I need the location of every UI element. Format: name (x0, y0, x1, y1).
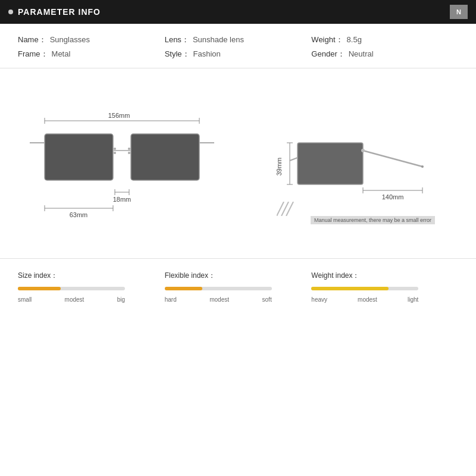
svg-text:156mm: 156mm (108, 112, 130, 119)
svg-point-10 (114, 152, 116, 154)
svg-line-26 (363, 151, 422, 167)
flexible-index-title: Flexible index： (165, 271, 312, 281)
header-bar: PARAMETER INFO N (0, 0, 476, 24)
header-logo: N (450, 5, 468, 19)
weight-label: Weight： (311, 35, 343, 45)
front-view-diagram: 156mm (6, 74, 238, 252)
weight-index-col: Weight index： heavy modest light (311, 271, 458, 303)
size-index-col: Size index： small modest big (18, 271, 165, 303)
svg-point-11 (128, 148, 130, 150)
weight-label-heavy: heavy (311, 296, 327, 303)
gender-value: Neutral (349, 49, 374, 58)
flexible-index-bar (165, 287, 272, 290)
size-label-modest: modest (65, 296, 84, 303)
frame-value: Metal (52, 49, 71, 58)
lens-label: Lens： (165, 35, 189, 45)
weight-value: 8.5g (347, 35, 362, 44)
svg-point-28 (361, 149, 365, 152)
side-view-diagram: 39mm 140mm (238, 74, 470, 252)
header-dot-icon (8, 10, 13, 14)
name-label: Name： (18, 35, 46, 45)
front-view-svg: 156mm (27, 98, 217, 229)
param-lens-row: Lens： Sunshade lens (165, 35, 312, 45)
diagram-container: 156mm (6, 74, 470, 252)
svg-point-29 (421, 165, 424, 168)
param-frame-row: Frame： Metal (18, 49, 165, 60)
weight-index-bar (311, 287, 418, 290)
header-title: PARAMETER INFO (18, 7, 101, 17)
svg-rect-5 (131, 134, 199, 180)
diagram-section: 156mm (0, 68, 476, 259)
param-name-row: Name： Sunglasses (18, 35, 165, 45)
svg-point-12 (128, 152, 130, 154)
svg-text:18mm: 18mm (113, 196, 131, 203)
index-section: Size index： small modest big Flexible in… (0, 259, 476, 315)
param-col-3: Weight： 8.5g Gender： Neutral (311, 35, 458, 60)
note-text: Manual measurement, there may be a small… (314, 217, 431, 223)
size-index-labels: small modest big (18, 296, 125, 303)
gender-label: Gender： (311, 49, 345, 60)
front-view-wrap: 156mm (27, 98, 217, 229)
svg-text:39mm: 39mm (275, 157, 283, 176)
style-label: Style： (165, 49, 190, 60)
frame-label: Frame： (18, 49, 48, 60)
svg-text:140mm: 140mm (382, 193, 404, 201)
size-label-big: big (117, 296, 125, 303)
size-index-title: Size index： (18, 271, 165, 281)
flex-label-modest: modest (209, 296, 229, 303)
flexible-index-labels: hard modest soft (165, 296, 272, 303)
flex-label-soft: soft (262, 296, 272, 303)
param-weight-row: Weight： 8.5g (311, 35, 458, 45)
param-col-1: Name： Sunglasses Frame： Metal (18, 35, 165, 60)
svg-rect-4 (45, 134, 113, 180)
parameter-info: Name： Sunglasses Frame： Metal Lens： Suns… (0, 24, 476, 68)
svg-text:63mm: 63mm (70, 211, 88, 218)
flex-label-hard: hard (165, 296, 177, 303)
side-view-wrap: 39mm 140mm (271, 98, 437, 229)
weight-index-fill (311, 287, 389, 290)
diagonal-lines-icon (277, 202, 295, 216)
weight-index-labels: heavy modest light (311, 296, 418, 303)
name-value: Sunglasses (50, 35, 90, 44)
weight-label-modest: modest (358, 296, 377, 303)
weight-index-title: Weight index： (311, 271, 458, 281)
size-index-bar (18, 287, 125, 290)
flexible-index-fill (165, 287, 202, 290)
side-view-svg: 39mm 140mm (271, 98, 437, 229)
size-index-fill (18, 287, 61, 290)
svg-point-9 (114, 148, 116, 150)
weight-label-light: light (408, 296, 418, 303)
size-label-small: small (18, 296, 32, 303)
flexible-index-col: Flexible index： hard modest soft (165, 271, 312, 303)
measurement-note: Manual measurement, there may be a small… (311, 216, 435, 224)
param-col-2: Lens： Sunshade lens Style： Fashion (165, 35, 312, 60)
param-gender-row: Gender： Neutral (311, 49, 458, 60)
svg-rect-25 (298, 143, 363, 184)
lens-value: Sunshade lens (193, 35, 244, 44)
param-style-row: Style： Fashion (165, 49, 312, 60)
param-grid: Name： Sunglasses Frame： Metal Lens： Suns… (18, 35, 458, 60)
style-value: Fashion (193, 49, 221, 58)
svg-line-27 (290, 158, 298, 161)
